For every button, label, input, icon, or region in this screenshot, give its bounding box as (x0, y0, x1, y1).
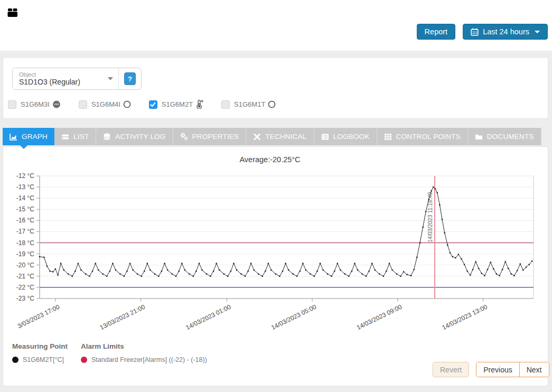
tab-control-points[interactable]: CONTROL POINTS (377, 128, 468, 145)
data-point-marker (310, 273, 311, 274)
chart-average-title: Average:-20.25°C (3, 155, 537, 164)
data-point-marker (102, 273, 104, 274)
data-point-marker (265, 270, 266, 272)
data-point-marker (227, 276, 228, 277)
legend-alarm-title: Alarm Limits (81, 342, 207, 350)
data-point-marker (199, 263, 200, 264)
data-point-marker (68, 273, 69, 274)
data-point-marker (55, 268, 56, 269)
data-point-marker (419, 242, 420, 243)
data-point-marker (478, 268, 479, 269)
data-point-marker (499, 275, 500, 276)
data-point-marker (95, 263, 96, 264)
tab-technical[interactable]: TECHNICAL (246, 128, 314, 145)
data-point-marker (316, 270, 317, 272)
data-point-marker (386, 270, 387, 272)
measuring-point-toggle-s1g6m3i[interactable]: S1G6M3I (8, 100, 61, 109)
data-point-marker (502, 269, 503, 270)
data-point-marker (320, 263, 321, 264)
data-point-marker (98, 269, 99, 270)
folder-icon (475, 133, 483, 141)
data-point-marker (334, 270, 335, 272)
measuring-point-toggles: S1G6M3IS1G6M4IS1G6M2TS1G6M1T (8, 100, 294, 109)
data-point-marker (201, 269, 202, 270)
y-axis-label: -16 °C (16, 217, 34, 224)
previous-button[interactable]: Previous (476, 362, 519, 377)
date-range-button[interactable]: Last 24 hours (463, 24, 548, 40)
data-point-marker (60, 263, 61, 264)
data-point-marker (74, 270, 76, 272)
data-point-marker (389, 263, 390, 264)
tab-graph[interactable]: GRAPH (3, 128, 54, 145)
tab-activity-log[interactable]: ACTIVITY LOG (96, 128, 173, 145)
data-point-marker (78, 263, 79, 264)
measuring-point-toggle-s1g6m4i[interactable]: S1G6M4I (79, 100, 131, 109)
data-point-marker (431, 190, 432, 191)
revert-button[interactable]: Revert (433, 362, 469, 377)
y-axis-label: -22 °C (16, 284, 34, 291)
measuring-point-toggle-s1g6m2t[interactable]: S1G6M2T (149, 100, 203, 109)
y-axis-label: -21 °C (16, 273, 34, 280)
tab-bar: GRAPHLISTACTIVITY LOGPROPERTIESTECHNICAL… (3, 128, 541, 145)
data-point-marker (250, 263, 251, 264)
tab-label: GRAPH (22, 133, 48, 141)
data-point-marker (452, 256, 453, 257)
data-point-marker (526, 267, 527, 268)
data-point-marker (314, 276, 315, 277)
legend-measuring-point: Measuring Point S1G6M2T[°C] (12, 342, 68, 363)
data-point-marker (89, 276, 90, 277)
data-point-marker (505, 261, 506, 262)
checkbox[interactable] (221, 100, 230, 109)
checkbox[interactable] (8, 100, 16, 109)
tab-list[interactable]: LIST (54, 128, 96, 145)
data-point-marker (279, 276, 280, 277)
tab-properties[interactable]: PROPERTIES (173, 128, 247, 145)
data-point-marker (72, 276, 73, 277)
checkbox[interactable] (149, 100, 157, 109)
briefcase-icon[interactable] (7, 8, 18, 17)
checkbox[interactable] (79, 100, 87, 109)
tab-label: TECHNICAL (265, 133, 306, 141)
data-point-marker (513, 275, 514, 276)
data-point-marker (106, 276, 107, 277)
data-point-marker (115, 269, 116, 270)
data-point-marker (302, 263, 303, 264)
measuring-point-label: S1G6M2T (162, 100, 193, 108)
data-point-marker (245, 276, 246, 277)
next-button[interactable]: Next (519, 362, 549, 377)
data-point-marker (435, 188, 436, 189)
tab-label: LOGBOOK (333, 133, 370, 141)
data-point-marker (39, 256, 40, 257)
y-axis-label: -14 °C (16, 194, 34, 202)
data-point-marker (240, 273, 241, 274)
data-point-marker (490, 262, 491, 263)
object-select[interactable]: Object S1D1O3 (Regular) (13, 68, 118, 89)
data-point-marker (406, 274, 407, 275)
data-point-marker (368, 270, 369, 272)
data-point-marker (391, 269, 392, 270)
data-point-marker (425, 211, 426, 212)
data-point-marker (522, 269, 523, 270)
data-point-marker (344, 273, 345, 274)
measuring-point-toggle-s1g6m1t[interactable]: S1G6M1T (221, 100, 276, 109)
data-point-marker (433, 186, 434, 188)
data-point-marker (164, 263, 165, 264)
tab-logbook[interactable]: LOGBOOK (314, 128, 377, 145)
tab-label: DOCUMENTS (487, 133, 534, 141)
data-point-marker (472, 269, 473, 270)
data-point-marker (323, 269, 324, 270)
data-point-marker (52, 271, 53, 272)
legend-measuring-point-title: Measuring Point (12, 342, 68, 350)
data-point-marker (147, 263, 148, 264)
data-point-marker (327, 273, 328, 274)
report-button[interactable]: Report (417, 24, 456, 40)
data-point-marker (80, 269, 81, 270)
list-icon (61, 133, 69, 141)
chevron-down-icon (108, 77, 113, 80)
data-point-marker (461, 258, 462, 259)
help-button[interactable]: ? (124, 72, 136, 85)
data-point-marker (206, 273, 207, 274)
data-point-marker (49, 270, 50, 272)
tab-documents[interactable]: DOCUMENTS (468, 128, 541, 145)
data-point-marker (141, 276, 142, 277)
